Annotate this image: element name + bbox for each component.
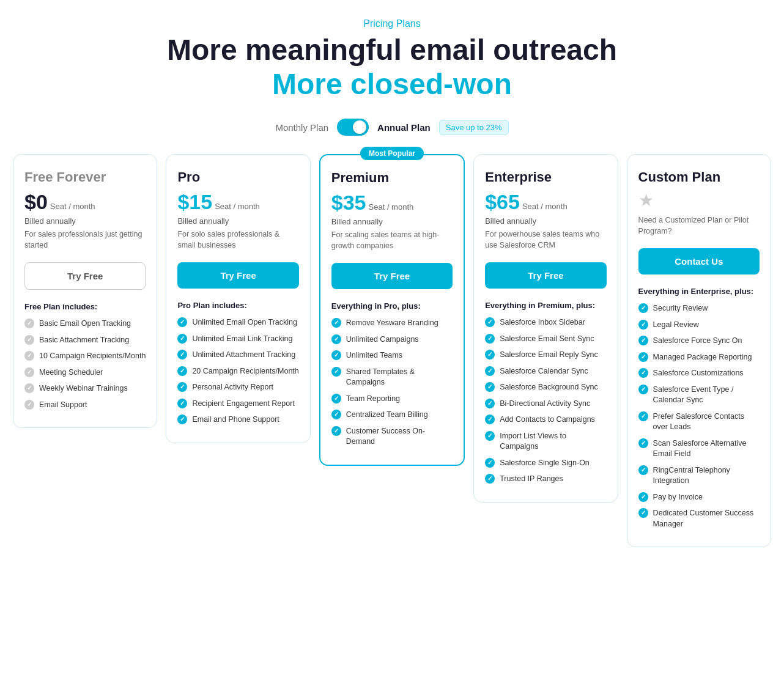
feature-text: Salesforce Force Sync On	[653, 336, 742, 347]
feature-item: Meeting Scheduler	[24, 367, 146, 378]
plans-grid: Free Forever $0 Seat / month Billed annu…	[13, 154, 771, 547]
feature-icon-check	[638, 320, 648, 330]
feature-text: Team Reporting	[346, 394, 400, 405]
feature-text: Recipient Engagement Report	[192, 399, 294, 410]
feature-item: Unlimited Teams	[331, 350, 453, 361]
feature-text: Salesforce Inbox Sidebar	[500, 317, 585, 328]
plan-card-enterprise: Enterprise $65 Seat / month Billed annua…	[473, 154, 618, 503]
features-header: Everything in Enterprise, plus:	[638, 287, 760, 296]
feature-item: Customer Success On-Demand	[331, 426, 453, 448]
feature-text: Email and Phone Support	[192, 415, 279, 426]
feature-item: Import List Views to Campaigns	[485, 431, 606, 452]
feature-item: Salesforce Background Sync	[485, 382, 606, 393]
feature-item: Dedicated Customer Success Manager	[638, 508, 760, 529]
feature-icon-check	[485, 334, 495, 344]
feature-icon-check	[177, 366, 187, 376]
plan-name: Premium	[331, 170, 453, 186]
feature-icon-check	[331, 426, 341, 436]
feature-text: Customer Success On-Demand	[346, 426, 453, 448]
feature-item: Managed Package Reporting	[638, 352, 760, 363]
price-amount: $15	[177, 190, 212, 214]
headline-black: More meaningful email outreach	[12, 34, 772, 67]
feature-item: Email Support	[24, 400, 146, 411]
feature-item: Salesforce Customizations	[638, 368, 760, 379]
plan-desc: For powerhouse sales teams who use Sales…	[485, 229, 606, 251]
star-icon: ★	[638, 190, 760, 210]
features-header: Free Plan includes:	[24, 302, 146, 311]
try-free-button[interactable]: Try Free	[331, 263, 453, 289]
feature-icon-check	[638, 438, 648, 448]
feature-item: Team Reporting	[331, 394, 453, 405]
feature-text: 20 Campaign Recipients/Month	[192, 366, 298, 377]
feature-item: Security Review	[638, 303, 760, 314]
feature-icon-check	[638, 385, 648, 394]
contact-us-button[interactable]: Contact Us	[638, 248, 760, 275]
feature-item: Bi-Directional Activity Sync	[485, 399, 606, 410]
feature-icon-check	[485, 317, 495, 327]
billing-toggle[interactable]	[337, 119, 369, 136]
feature-icon-check	[331, 394, 341, 403]
plan-card-pro: Pro $15 Seat / month Billed annually For…	[166, 154, 310, 443]
feature-text: Salesforce Single Sign-On	[500, 458, 590, 469]
features-header: Everything in Premium, plus:	[485, 301, 606, 310]
feature-text: RingCentral Telephony Integration	[653, 465, 760, 487]
feature-icon-muted	[24, 335, 34, 345]
feature-item: RingCentral Telephony Integration	[638, 465, 760, 487]
feature-text: Prefer Salesforce Contacts over Leads	[653, 411, 760, 433]
feature-icon-check	[331, 410, 341, 419]
feature-item: Legal Review	[638, 320, 760, 331]
feature-icon-check	[177, 317, 187, 327]
monthly-plan-label: Monthly Plan	[275, 122, 328, 133]
feature-icon-check	[485, 458, 495, 468]
feature-item: Scan Salesforce Alternative Email Field	[638, 438, 760, 460]
feature-icon-check	[638, 508, 648, 518]
feature-item: Salesforce Single Sign-On	[485, 458, 606, 469]
price-amount: $65	[485, 190, 520, 214]
feature-text: Unlimited Attachment Tracking	[192, 350, 295, 361]
feature-icon-check	[485, 382, 495, 392]
feature-icon-check	[177, 334, 187, 344]
plan-price: $0 Seat / month	[24, 190, 146, 214]
try-free-button[interactable]: Try Free	[485, 262, 606, 289]
feature-item: Recipient Engagement Report	[177, 399, 298, 410]
feature-icon-muted	[24, 319, 34, 328]
billing-toggle-row: Monthly Plan Annual Plan Save up to 23%	[12, 119, 772, 136]
feature-icon-muted	[24, 383, 34, 393]
feature-text: Basic Email Open Tracking	[39, 319, 131, 330]
annual-plan-label: Annual Plan	[377, 122, 431, 133]
plan-name: Enterprise	[485, 169, 606, 185]
feature-text: Shared Templates & Campaigns	[346, 367, 453, 388]
feature-text: Salesforce Background Sync	[500, 382, 598, 393]
plan-desc: For solo sales professionals & small bus…	[177, 229, 298, 251]
feature-list: Unlimited Email Open TrackingUnlimited E…	[177, 317, 298, 426]
feature-item: Unlimited Campaigns	[331, 334, 453, 345]
plan-price: $65 Seat / month	[485, 190, 606, 214]
feature-icon-check	[331, 334, 341, 344]
feature-text: Salesforce Email Reply Sync	[500, 350, 597, 361]
page-header: Pricing Plans More meaningful email outr…	[12, 18, 772, 101]
feature-item: Prefer Salesforce Contacts over Leads	[638, 411, 760, 433]
try-free-button[interactable]: Try Free	[24, 262, 146, 290]
try-free-button[interactable]: Try Free	[177, 262, 298, 289]
feature-item: Email and Phone Support	[177, 415, 298, 426]
feature-text: Salesforce Event Type / Calendar Sync	[653, 385, 760, 406]
feature-item: Weekly Webinar Trainings	[24, 383, 146, 394]
plan-card-premium: Most Popular Premium $35 Seat / month Bi…	[319, 154, 465, 466]
feature-text: Unlimited Email Open Tracking	[192, 317, 297, 328]
feature-text: Bi-Directional Activity Sync	[500, 399, 590, 410]
feature-icon-check	[177, 415, 187, 424]
feature-icon-check	[177, 399, 187, 408]
plan-price: $35 Seat / month	[331, 191, 453, 215]
feature-text: Personal Activity Report	[192, 382, 273, 393]
feature-item: Salesforce Calendar Sync	[485, 366, 606, 377]
feature-item: Centralized Team Billing	[331, 410, 453, 421]
feature-icon-check	[485, 399, 495, 408]
feature-icon-check	[177, 382, 187, 392]
feature-icon-check	[177, 350, 187, 359]
most-popular-badge: Most Popular	[360, 147, 424, 160]
billed-text: Billed annually	[485, 216, 606, 226]
section-label: Pricing Plans	[12, 18, 772, 29]
feature-item: Salesforce Email Sent Sync	[485, 334, 606, 345]
feature-item: 20 Campaign Recipients/Month	[177, 366, 298, 377]
feature-icon-check	[485, 415, 495, 424]
